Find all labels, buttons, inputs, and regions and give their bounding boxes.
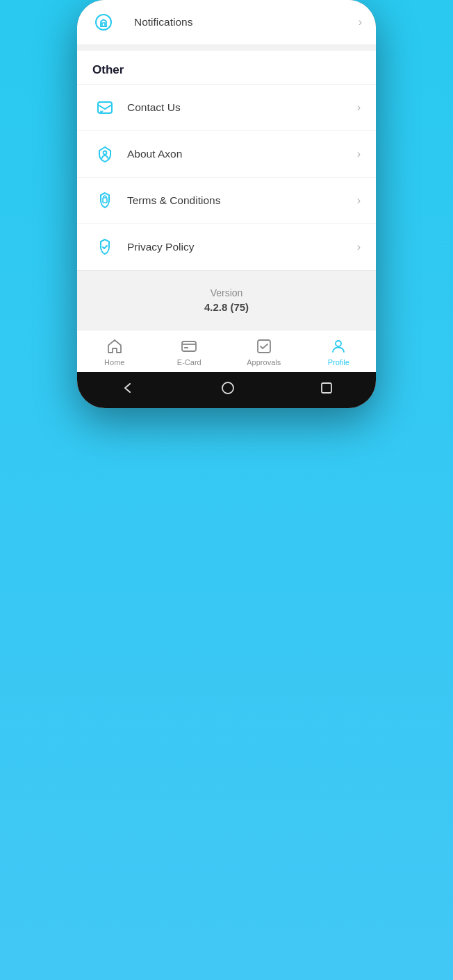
svg-rect-6 xyxy=(184,347,188,348)
android-home-button[interactable] xyxy=(222,382,234,397)
approvals-icon xyxy=(255,337,273,355)
nav-profile[interactable]: Profile xyxy=(302,337,377,366)
privacy-policy-item[interactable]: Privacy Policy › xyxy=(77,223,376,270)
svg-rect-2 xyxy=(98,102,112,113)
svg-rect-10 xyxy=(322,383,331,393)
approvals-nav-label: Approvals xyxy=(247,358,281,366)
android-recents-button[interactable] xyxy=(320,382,333,397)
privacy-policy-chevron: › xyxy=(357,241,361,253)
other-section-header: Other xyxy=(77,51,376,84)
svg-point-0 xyxy=(96,15,111,30)
about-axon-chevron: › xyxy=(357,148,361,160)
phone-frame: Notifications › Other Contact Us xyxy=(77,0,376,408)
version-label: Version xyxy=(91,287,362,298)
home-nav-label: Home xyxy=(104,358,124,366)
partial-icon xyxy=(91,10,116,35)
privacy-policy-icon xyxy=(92,235,117,260)
ecard-nav-label: E-Card xyxy=(177,358,201,366)
svg-point-3 xyxy=(104,151,107,155)
svg-rect-4 xyxy=(103,198,107,203)
terms-conditions-icon xyxy=(92,188,117,213)
svg-point-9 xyxy=(222,382,233,394)
contact-us-label: Contact Us xyxy=(127,101,357,114)
svg-rect-5 xyxy=(182,341,196,351)
nav-home[interactable]: Home xyxy=(77,337,152,366)
svg-point-8 xyxy=(336,341,341,346)
other-section: Other Contact Us › xyxy=(77,51,376,270)
terms-conditions-item[interactable]: Terms & Conditions › xyxy=(77,177,376,223)
nav-approvals[interactable]: Approvals xyxy=(226,337,302,366)
svg-rect-7 xyxy=(258,340,270,353)
android-back-button[interactable] xyxy=(120,380,135,398)
bottom-nav: Home E-Card xyxy=(77,330,376,372)
about-axon-icon xyxy=(92,142,117,167)
nav-ecard[interactable]: E-Card xyxy=(152,337,227,366)
terms-conditions-chevron: › xyxy=(357,194,361,207)
contact-us-item[interactable]: Contact Us › xyxy=(77,84,376,130)
contact-us-icon xyxy=(92,95,117,120)
about-axon-label: About Axon xyxy=(127,148,357,160)
privacy-policy-label: Privacy Policy xyxy=(127,241,357,253)
partial-chevron: › xyxy=(359,16,362,28)
terms-conditions-label: Terms & Conditions xyxy=(127,194,357,207)
version-number: 4.2.8 (75) xyxy=(91,301,362,313)
ecard-icon xyxy=(180,337,198,355)
partial-label: Notifications xyxy=(134,16,350,28)
version-section: Version 4.2.8 (75) xyxy=(77,270,376,330)
partial-top-item[interactable]: Notifications › xyxy=(77,0,376,45)
android-navbar xyxy=(77,372,376,408)
about-axon-item[interactable]: About Axon › xyxy=(77,130,376,177)
phone-screen: Notifications › Other Contact Us xyxy=(77,0,376,408)
home-icon xyxy=(106,337,124,355)
profile-nav-label: Profile xyxy=(328,358,349,366)
profile-icon xyxy=(329,337,347,355)
other-menu-list: Contact Us › About Axon › xyxy=(77,84,376,270)
svg-rect-1 xyxy=(102,23,105,26)
contact-us-chevron: › xyxy=(357,101,361,114)
